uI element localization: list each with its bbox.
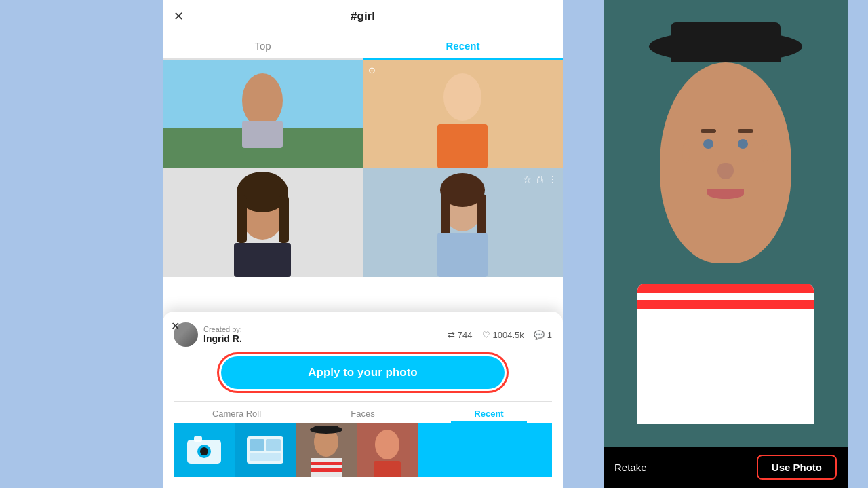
gap-spacer <box>563 0 604 488</box>
svg-rect-11 <box>237 195 247 243</box>
photo-source-tabs: Camera Roll Faces Recent <box>174 401 552 423</box>
overlay-card: ✕ Created by: Ingrid R. ⇄ 744 ♡ 1004.5k <box>163 312 563 488</box>
svg-rect-35 <box>311 468 342 472</box>
photo-grid: ⊙ ☆ ⎙ ⋮ <box>163 60 563 277</box>
svg-rect-28 <box>250 453 281 461</box>
camera-thumb[interactable] <box>174 423 235 477</box>
photo-cell-1[interactable] <box>163 60 363 168</box>
like-count: 1004.5k <box>493 330 524 340</box>
photo-cell-4[interactable]: ☆ ⎙ ⋮ <box>363 168 563 277</box>
person2-thumb[interactable] <box>357 423 418 477</box>
apply-to-photo-button[interactable]: Apply to your photo <box>221 356 505 389</box>
svg-point-5 <box>443 73 481 121</box>
creator-label: Created by: <box>203 325 242 333</box>
shirt-stripe-2 <box>637 300 813 309</box>
svg-point-22 <box>200 447 208 455</box>
tab-recent-photos[interactable]: Recent <box>426 406 552 421</box>
eye-left <box>703 139 714 149</box>
use-photo-button[interactable]: Use Photo <box>757 455 837 480</box>
tab-bar: Top Recent <box>163 33 563 60</box>
camera-preview <box>604 0 848 447</box>
tab-camera-roll[interactable]: Camera Roll <box>174 406 300 421</box>
camera-controls: Retake Use Photo <box>604 447 848 488</box>
svg-point-37 <box>375 430 399 459</box>
repost-count: 744 <box>458 330 473 340</box>
ear-right <box>762 143 770 164</box>
svg-rect-18 <box>437 233 488 277</box>
svg-rect-3 <box>242 121 283 148</box>
eyebrow-right <box>738 129 753 133</box>
svg-rect-33 <box>311 458 342 477</box>
repost-icon: ⇄ <box>448 330 455 340</box>
svg-rect-23 <box>194 436 202 442</box>
more-icon[interactable]: ⋮ <box>548 174 557 185</box>
face-area <box>660 62 791 263</box>
svg-rect-27 <box>266 439 281 451</box>
like-stat: ♡ 1004.5k <box>482 330 524 340</box>
photo-cell-2[interactable]: ⊙ <box>363 60 563 168</box>
svg-rect-32 <box>314 426 338 432</box>
close-overlay-icon[interactable]: ✕ <box>171 320 180 333</box>
person-figure <box>616 22 835 424</box>
close-icon[interactable]: ✕ <box>174 9 184 24</box>
svg-rect-38 <box>374 461 401 477</box>
eyebrow-left <box>701 129 716 133</box>
repost-stat: ⇄ 744 <box>448 330 473 340</box>
tab-recent[interactable]: Recent <box>363 33 563 58</box>
svg-rect-9 <box>234 243 291 277</box>
creator-details: Created by: Ingrid R. <box>203 325 242 344</box>
gallery-thumb[interactable] <box>235 423 296 477</box>
copy-icon: ⊙ <box>368 65 376 75</box>
heart-icon: ♡ <box>482 330 490 340</box>
share-icon[interactable]: ⎙ <box>537 174 542 185</box>
tab-faces[interactable]: Faces <box>300 406 426 421</box>
star-icon[interactable]: ☆ <box>523 174 532 185</box>
photo-overlay-icons: ☆ ⎙ ⋮ <box>523 174 557 185</box>
thumbnail-row <box>174 423 552 477</box>
comment-count: 1 <box>547 330 552 340</box>
comment-stat: 💬 1 <box>534 330 552 340</box>
ear-left <box>682 143 690 164</box>
header: ✕ #girl <box>163 0 563 33</box>
retake-button[interactable]: Retake <box>614 462 647 473</box>
mouth <box>707 189 744 200</box>
eye-right <box>738 139 749 149</box>
comment-icon: 💬 <box>534 330 545 340</box>
tab-top[interactable]: Top <box>163 33 363 58</box>
creator-row: Created by: Ingrid R. ⇄ 744 ♡ 1004.5k 💬 … <box>174 322 552 347</box>
right-phone-panel: Retake Use Photo <box>604 0 848 488</box>
left-phone-panel: ✕ #girl Top Recent ⊙ <box>163 0 563 488</box>
creator-info: Created by: Ingrid R. <box>174 322 242 347</box>
creator-name: Ingrid R. <box>203 333 242 344</box>
svg-rect-12 <box>279 195 289 243</box>
hashtag-title: #girl <box>351 10 375 23</box>
person1-thumb[interactable] <box>296 423 357 477</box>
photo-cell-3[interactable] <box>163 168 363 277</box>
hat-crown <box>671 22 781 62</box>
svg-point-2 <box>242 73 283 128</box>
shirt-area <box>637 284 813 424</box>
svg-rect-34 <box>311 462 342 465</box>
nose <box>717 163 733 179</box>
svg-rect-6 <box>437 124 488 168</box>
svg-rect-26 <box>250 439 264 451</box>
creator-stats: ⇄ 744 ♡ 1004.5k 💬 1 <box>448 330 552 340</box>
person-in-frame <box>616 22 835 424</box>
shirt-stripe-1 <box>637 284 813 293</box>
